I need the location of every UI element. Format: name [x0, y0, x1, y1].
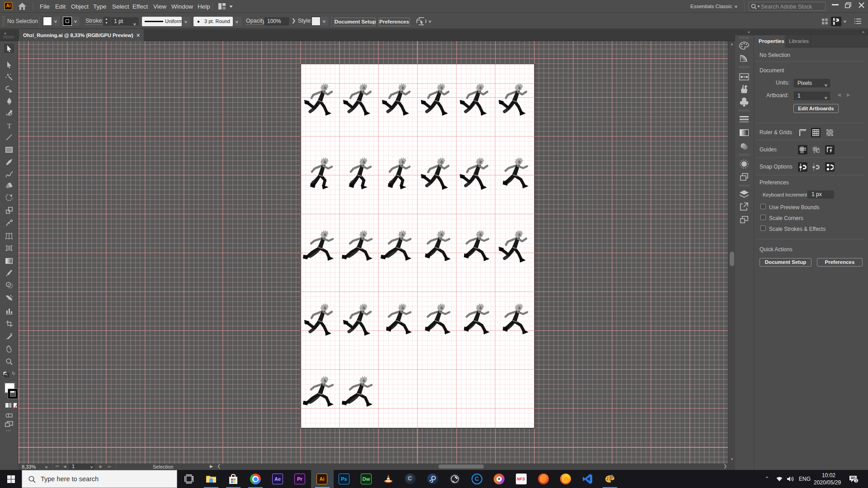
svg-text:T: T — [7, 122, 11, 129]
